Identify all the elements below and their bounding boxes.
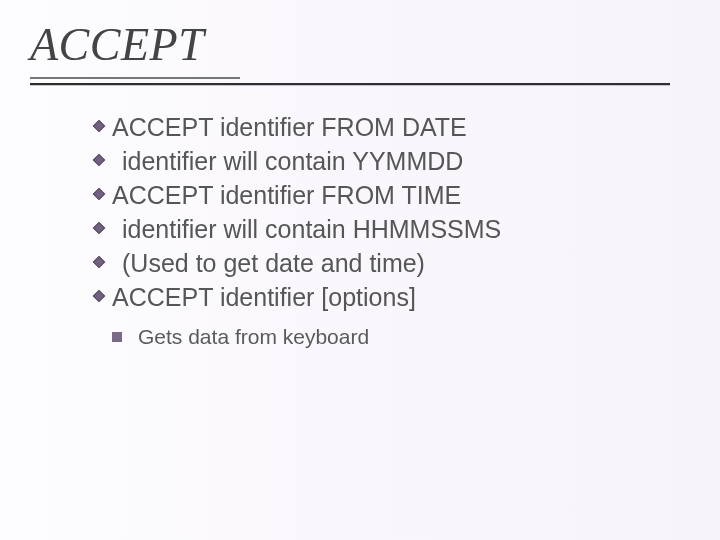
bullet-text: ACCEPT identifier [options] — [112, 281, 416, 313]
diamond-bullet-icon — [92, 153, 112, 167]
slide-title: ACCEPT — [30, 18, 720, 71]
list-item: identifier will contain YYMMDD — [92, 145, 720, 177]
bullet-list: ACCEPT identifier FROM DATE identifier w… — [92, 111, 720, 313]
diamond-bullet-icon — [92, 119, 112, 133]
sub-bullet-text: Gets data from keyboard — [138, 325, 369, 349]
title-underline — [30, 77, 690, 85]
list-item: identifier will contain HHMMSSMS — [92, 213, 720, 245]
bullet-text: identifier will contain YYMMDD — [112, 145, 463, 177]
list-item: (Used to get date and time) — [92, 247, 720, 279]
sub-list-item: Gets data from keyboard — [112, 325, 720, 349]
svg-rect-0 — [93, 120, 104, 131]
diamond-bullet-icon — [92, 187, 112, 201]
diamond-bullet-icon — [92, 221, 112, 235]
svg-rect-1 — [93, 154, 104, 165]
list-item: ACCEPT identifier FROM TIME — [92, 179, 720, 211]
list-item: ACCEPT identifier FROM DATE — [92, 111, 720, 143]
svg-rect-3 — [93, 222, 104, 233]
bullet-text: (Used to get date and time) — [112, 247, 425, 279]
diamond-bullet-icon — [92, 289, 112, 303]
bullet-text: ACCEPT identifier FROM TIME — [112, 179, 461, 211]
svg-rect-4 — [93, 256, 104, 267]
diamond-bullet-icon — [92, 255, 112, 269]
list-item: ACCEPT identifier [options] — [92, 281, 720, 313]
bullet-text: ACCEPT identifier FROM DATE — [112, 111, 467, 143]
svg-rect-5 — [93, 290, 104, 301]
svg-rect-2 — [93, 188, 104, 199]
bullet-text: identifier will contain HHMMSSMS — [112, 213, 501, 245]
square-bullet-icon — [112, 332, 122, 342]
